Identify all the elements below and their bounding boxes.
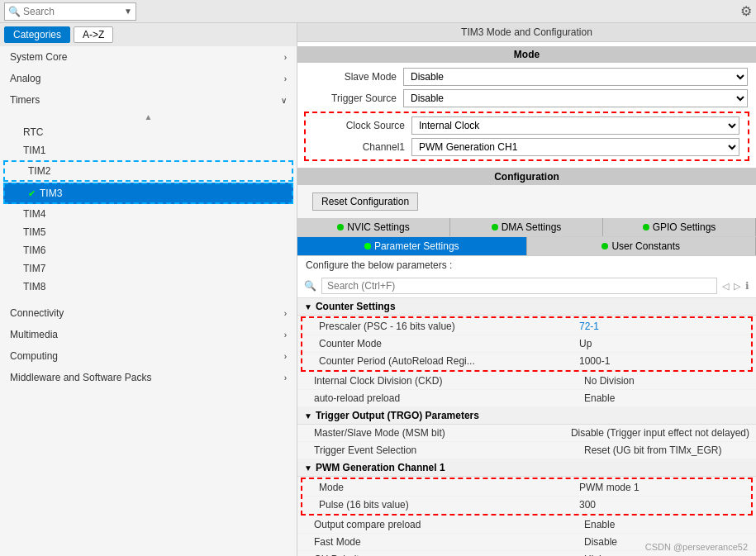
dot-icon [364, 243, 371, 249]
sidebar-item-connectivity[interactable]: Connectivity › [0, 302, 297, 324]
param-name: Counter Mode [319, 338, 579, 349]
sidebar-item-middleware[interactable]: Middleware and Software Packs › [0, 367, 297, 388]
sidebar-sub-tim5[interactable]: TIM5 [0, 223, 297, 241]
param-search-bar: 🔍 ◁ ▷ ℹ [297, 274, 756, 298]
info-icon[interactable]: ℹ [745, 280, 749, 292]
trigger-source-select[interactable]: Disable [403, 89, 748, 107]
dropdown-arrow[interactable]: ▼ [124, 7, 132, 16]
slave-mode-row: Slave Mode Disable [297, 66, 756, 88]
right-panel: TIM3 Mode and Configuration Mode Slave M… [297, 23, 756, 556]
sidebar-sub-tim8[interactable]: TIM8 [0, 278, 297, 296]
param-row-autoreload-preload: auto-reload preload Enable [297, 390, 756, 407]
tab-az[interactable]: A->Z [74, 26, 113, 43]
param-row-msm: Master/Slave Mode (MSM bit) Disable (Tri… [297, 425, 756, 442]
left-panel: Categories A->Z System Core › Analog › T… [0, 23, 297, 556]
sidebar-item-analog[interactable]: Analog › [0, 68, 297, 89]
watermark: CSDN @perseverance52 [645, 542, 748, 552]
next-result-icon[interactable]: ▷ [734, 281, 740, 292]
clock-source-select[interactable]: Internal Clock [411, 116, 739, 135]
reset-config-button[interactable]: Reset Configuration [312, 192, 418, 211]
channel1-label: Channel1 [314, 141, 405, 153]
param-name: Counter Period (AutoReload Regi... [319, 355, 579, 367]
clock-source-label: Clock Source [314, 120, 405, 131]
sidebar-sub-tim1[interactable]: TIM1 [0, 141, 297, 159]
sidebar-item-label: Analog [10, 73, 40, 84]
sidebar-sub-label: TIM2 [28, 165, 50, 177]
section-label: Counter Settings [316, 301, 396, 312]
tab-categories[interactable]: Categories [4, 26, 70, 43]
top-bar: 🔍 ▼ ⚙ [0, 0, 756, 23]
reset-btn-row: Reset Configuration [297, 185, 756, 218]
slave-mode-select[interactable]: Disable [403, 68, 748, 86]
sidebar-sub-tim6[interactable]: TIM6 [0, 241, 297, 259]
mode-section: Mode Slave Mode Disable Trigger Source D… [297, 42, 756, 169]
prev-result-icon[interactable]: ◁ [722, 281, 729, 292]
gear-icon[interactable]: ⚙ [740, 3, 752, 19]
mode-header: Mode [297, 46, 756, 63]
highlighted-mode-rows: Clock Source Internal Clock Channel1 PWM… [304, 112, 749, 161]
top-search-box[interactable]: 🔍 ▼ [4, 2, 136, 21]
param-value[interactable]: Enable [584, 392, 749, 404]
param-name: auto-reload preload [314, 392, 584, 404]
section-counter-settings[interactable]: ▼ Counter Settings [297, 298, 756, 316]
sidebar-item-label: Middleware and Software Packs [10, 372, 151, 383]
sidebar-sub-label: TIM1 [23, 145, 45, 156]
sidebar-sub-tim7[interactable]: TIM7 [0, 259, 297, 278]
dot-icon [643, 224, 649, 230]
tab-user-constants[interactable]: User Constants [527, 237, 757, 255]
sidebar-sub-tim4[interactable]: TIM4 [0, 205, 297, 223]
sidebar-sub-tim3[interactable]: ✔ TIM3 [3, 183, 293, 204]
slave-mode-select-wrap: Disable [403, 68, 748, 86]
param-row-ckd: Internal Clock Division (CKD) No Divisio… [297, 373, 756, 390]
param-row-counter-period: Counter Period (AutoReload Regi... 1000-… [302, 353, 751, 370]
sidebar-item-computing[interactable]: Computing › [0, 345, 297, 367]
section-trigger-output[interactable]: ▼ Trigger Output (TRGO) Parameters [297, 407, 756, 425]
tab-nvic-settings[interactable]: NVIC Settings [297, 218, 450, 236]
param-value[interactable]: PWM mode 1 [579, 482, 744, 493]
sidebar-sub-label: TIM6 [23, 245, 45, 256]
section-label: PWM Generation Channel 1 [316, 462, 445, 473]
param-value[interactable]: 300 [579, 499, 744, 511]
param-name: Trigger Event Selection [314, 444, 584, 456]
dot-icon [601, 243, 608, 249]
param-value[interactable]: Up [579, 338, 744, 349]
sidebar-item-system-core[interactable]: System Core › [0, 46, 297, 68]
left-list: System Core › Analog › Timers ∨ ▲ RTC TI… [0, 46, 297, 556]
dot-icon [337, 224, 344, 230]
main-layout: Categories A->Z System Core › Analog › T… [0, 23, 756, 556]
collapse-icon[interactable]: ▼ [304, 463, 312, 473]
sidebar-item-multimedia[interactable]: Multimedia › [0, 324, 297, 345]
param-name: Internal Clock Division (CKD) [314, 375, 584, 387]
sidebar-sub-tim2[interactable]: TIM2 [3, 160, 293, 182]
param-value[interactable]: 1000-1 [579, 355, 744, 367]
channel1-select[interactable]: PWM Generation CH1 [411, 138, 739, 156]
tab-gpio-settings[interactable]: GPIO Settings [603, 218, 756, 236]
slave-mode-label: Slave Mode [306, 71, 397, 83]
config-tabs-row2: Parameter Settings User Constants [297, 237, 756, 256]
param-value[interactable]: Disable (Trigger input effect not delaye… [571, 427, 749, 439]
param-value[interactable]: No Division [584, 375, 749, 387]
sidebar-item-timers[interactable]: Timers ∨ [0, 89, 297, 111]
top-search-input[interactable] [23, 6, 124, 17]
param-value[interactable]: 72-1 [579, 321, 744, 332]
sidebar-sub-rtc[interactable]: RTC [0, 123, 297, 141]
param-search-input[interactable] [321, 278, 717, 294]
config-header: Configuration [297, 169, 756, 185]
scroll-up-arrow[interactable]: ▲ [0, 111, 297, 123]
dot-icon [492, 224, 498, 230]
collapse-icon[interactable]: ▼ [304, 302, 312, 311]
param-row-output-compare-preload: Output compare preload Enable [297, 516, 756, 534]
section-pwm-gen-ch1[interactable]: ▼ PWM Generation Channel 1 [297, 459, 756, 477]
param-row-pulse: Pulse (16 bits value) 300 脉宽 [302, 497, 751, 514]
sidebar-item-label: Timers [10, 94, 40, 106]
param-name: Pulse (16 bits value) [319, 499, 579, 511]
tab-parameter-settings[interactable]: Parameter Settings [297, 237, 527, 255]
tab-dma-settings[interactable]: DMA Settings [450, 218, 603, 236]
params-scroll[interactable]: ▼ Counter Settings Prescaler (PSC - 16 b… [297, 298, 756, 556]
collapse-icon[interactable]: ▼ [304, 411, 312, 421]
param-value[interactable]: Enable [584, 519, 749, 530]
param-name: Master/Slave Mode (MSM bit) [314, 427, 571, 439]
param-value[interactable]: Reset (UG bit from TIMx_EGR) [584, 444, 749, 456]
tab-label: Parameter Settings [374, 240, 459, 252]
param-row-prescaler: Prescaler (PSC - 16 bits value) 72-1 分频系… [302, 318, 751, 335]
